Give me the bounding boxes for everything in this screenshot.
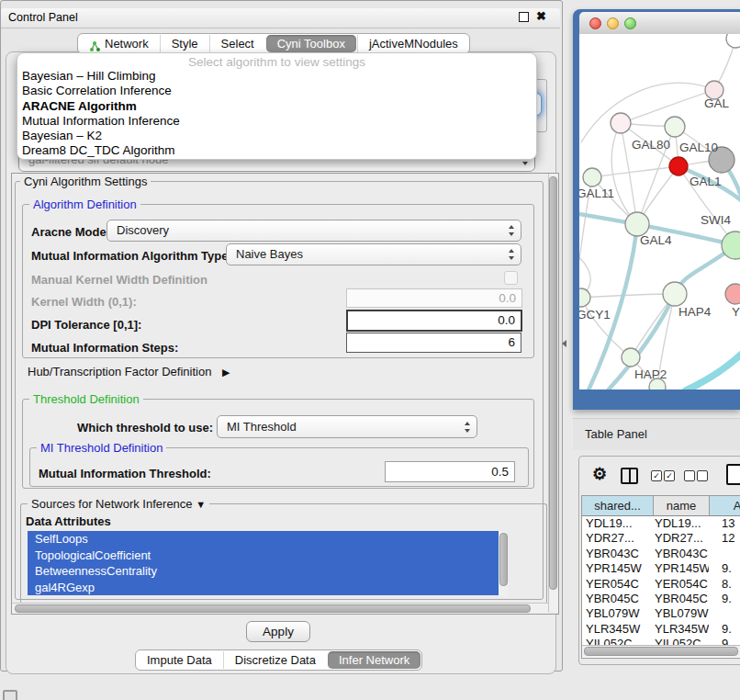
- data-attribute-item[interactable]: TopologicalCoefficient: [28, 548, 499, 564]
- column-header-name[interactable]: name: [654, 496, 710, 516]
- tab-jactivemnodules[interactable]: jActiveMNodules: [357, 35, 469, 52]
- hub-definition-toggle[interactable]: Hub/Transcription Factor Definition ▶: [28, 365, 230, 378]
- algorithm-dropdown-list: Bayesian – Hill ClimbingBasic Correlatio…: [17, 69, 536, 159]
- column-header-shared-name[interactable]: shared...: [582, 496, 654, 516]
- tab-discretize-data[interactable]: Discretize Data: [223, 651, 327, 669]
- apply-button[interactable]: Apply: [246, 621, 310, 642]
- algorithm-option[interactable]: Mutual Information Inference: [17, 114, 536, 129]
- settings-hscrollbar-thumb[interactable]: [15, 604, 531, 613]
- settings-vscrollbar-thumb[interactable]: [549, 176, 557, 590]
- network-node-gcy1[interactable]: [579, 288, 590, 307]
- network-node-hap2[interactable]: [622, 348, 640, 367]
- table-hscrollbar-thumb[interactable]: [584, 647, 738, 656]
- network-node-y[interactable]: [725, 284, 740, 304]
- network-graph: GALGAL80GAL10GAL1GAL11GAL4SWI4GCY1HAP4YH…: [579, 34, 740, 390]
- tab-infer-network[interactable]: Infer Network: [328, 651, 420, 669]
- mi-type-select[interactable]: Naive Bayes: [226, 243, 521, 265]
- control-panel-titlebar: Control Panel: [1, 8, 560, 28]
- network-node-gal10[interactable]: [665, 117, 685, 137]
- tab-label: Style: [172, 35, 198, 52]
- network-node[interactable]: [726, 34, 740, 48]
- tab-label: Infer Network: [339, 651, 409, 669]
- table-row[interactable]: YLR345WYLR345W9.: [582, 622, 740, 637]
- aracne-mode-select[interactable]: Discovery: [107, 220, 521, 242]
- mi-steps-input[interactable]: 6: [346, 333, 521, 353]
- data-attribute-item[interactable]: SelfLoops: [28, 531, 499, 548]
- algorithm-option[interactable]: Bayesian – K2: [17, 129, 536, 143]
- network-edge: [621, 90, 714, 123]
- unselect-all-columns-icon2[interactable]: [697, 470, 708, 481]
- network-node-hap4[interactable]: [663, 282, 687, 306]
- dropdown-placeholder: Select algorithm to view settings: [17, 55, 536, 69]
- network-edge: [581, 83, 714, 142]
- columns-icon[interactable]: [621, 468, 638, 484]
- manual-kernel-checkbox[interactable]: [504, 271, 518, 285]
- table-cell: YDL19...: [653, 516, 709, 531]
- algorithm-option[interactable]: ARACNE Algorithm: [17, 99, 536, 114]
- table-cell: YBR045C: [653, 592, 709, 606]
- table-cell: YBR045C: [582, 592, 653, 606]
- network-node-label: GAL80: [632, 138, 670, 152]
- sources-toggle[interactable]: Sources for Network Inference ▼: [28, 497, 209, 511]
- kernel-width-input[interactable]: 0.0: [346, 288, 522, 308]
- dpi-tolerance-input[interactable]: 0.0: [346, 310, 522, 332]
- tab-style[interactable]: Style: [160, 35, 209, 52]
- close-icon[interactable]: ✖: [536, 9, 546, 23]
- data-attributes-list: SelfLoopsTopologicalCoefficientBetweenne…: [28, 531, 499, 595]
- which-threshold-select[interactable]: MI Threshold: [217, 415, 477, 438]
- table-row[interactable]: YPR145WYPR145W9.: [582, 561, 740, 576]
- float-window-icon[interactable]: [519, 12, 529, 22]
- algorithm-option[interactable]: Dream8 DC_TDC Algorithm: [17, 143, 536, 158]
- tab-network[interactable]: Network: [78, 35, 160, 52]
- bottom-tabstrip: Impute Data Discretize Data Infer Networ…: [135, 649, 422, 671]
- zoom-traffic-light-icon[interactable]: [624, 17, 636, 29]
- table-cell: YBR043C: [653, 547, 709, 561]
- table-cell: 8.: [709, 577, 732, 592]
- manual-kernel-label: Manual Kernel Width Definition: [31, 273, 207, 287]
- network-node-gal1[interactable]: [669, 157, 688, 175]
- select-all-columns-icon[interactable]: ✓: [651, 470, 662, 481]
- network-node-label: GAL: [704, 96, 730, 110]
- collapsed-panel-icon[interactable]: [3, 690, 17, 700]
- network-canvas[interactable]: GALGAL80GAL10GAL1GAL11GAL4SWI4GCY1HAP4YH…: [579, 34, 740, 390]
- splitter-collapse-icon[interactable]: [562, 340, 566, 347]
- column-header-third[interactable]: A: [710, 496, 740, 516]
- tab-cyni-toolbox[interactable]: Cyni Toolbox: [266, 35, 356, 52]
- table-cell: YLR345W: [653, 622, 709, 637]
- table-row[interactable]: YBR043CYBR043C: [582, 547, 740, 561]
- network-node-gal80[interactable]: [611, 113, 631, 133]
- network-node-gal11[interactable]: [583, 168, 601, 186]
- table-cell: YPR145W: [582, 561, 653, 576]
- algorithm-option[interactable]: Bayesian – Hill Climbing: [17, 69, 536, 84]
- table-row[interactable]: YER054CYER054C8.: [582, 577, 740, 592]
- mi-threshold-input[interactable]: 0.5: [385, 461, 515, 482]
- tab-impute-data[interactable]: Impute Data: [136, 651, 223, 669]
- network-edge: [581, 294, 675, 298]
- export-table-icon[interactable]: [726, 464, 740, 485]
- data-attribute-item[interactable]: BetweennessCentrality: [28, 563, 499, 580]
- table-row[interactable]: YBL079WYBL079W: [582, 606, 740, 621]
- table-cell: 9.: [709, 561, 732, 576]
- unselect-all-columns-icon[interactable]: [684, 470, 695, 481]
- chevron-down-icon: ▼: [196, 499, 206, 510]
- close-traffic-light-icon[interactable]: [589, 17, 601, 29]
- table-cell: YPR145W: [653, 561, 709, 576]
- control-panel-title: Control Panel: [8, 11, 78, 24]
- attributes-scrollbar-thumb[interactable]: [499, 533, 508, 586]
- table-row[interactable]: YDL19...YDL19...13: [582, 516, 740, 531]
- gear-icon[interactable]: ⚙: [592, 464, 607, 484]
- dpi-tolerance-label: DPI Tolerance [0,1]:: [31, 318, 141, 332]
- table-cell: [709, 606, 722, 621]
- tab-label: Cyni Toolbox: [277, 35, 345, 52]
- network-node-label: SWI4: [701, 213, 731, 227]
- table-row[interactable]: YBR045CYBR045C9.: [582, 592, 740, 606]
- mi-threshold-label: Mutual Information Threshold:: [39, 467, 211, 480]
- select-all-columns-icon2[interactable]: ✓: [664, 470, 675, 481]
- tab-select[interactable]: Select: [209, 35, 265, 52]
- minimize-traffic-light-icon[interactable]: [607, 17, 619, 29]
- network-node-label: Y: [732, 305, 740, 319]
- algorithm-option[interactable]: Basic Correlation Inference: [17, 84, 536, 98]
- table-row[interactable]: YDR27...YDR27...12: [582, 531, 740, 546]
- network-node-label: GCY1: [579, 308, 611, 322]
- data-attribute-item[interactable]: gal4RGexp: [28, 580, 499, 596]
